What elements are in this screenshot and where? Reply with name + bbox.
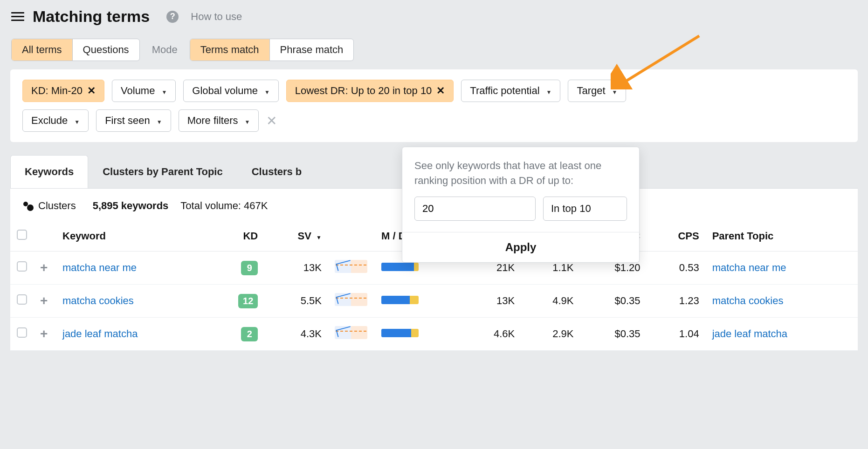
chevron-down-icon <box>262 85 270 97</box>
parent-topic-link[interactable]: matcha near me <box>712 262 786 273</box>
gsv-value: 13K <box>462 285 521 318</box>
how-to-use-link[interactable]: How to use <box>191 11 242 23</box>
filter-traffic-potential[interactable]: Traffic potential <box>461 80 560 102</box>
select-all-checkbox[interactable] <box>17 230 27 240</box>
popover-description: See only keywords that have at least one… <box>414 158 627 188</box>
filter-exclude-label: Exclude <box>31 115 68 127</box>
filter-first-seen[interactable]: First seen <box>96 109 171 132</box>
parent-topic-link[interactable]: jade leaf matcha <box>712 328 787 340</box>
filter-volume[interactable]: Volume <box>112 80 176 102</box>
parent-topic-link[interactable]: matcha cookies <box>712 295 784 306</box>
tp-value: 4.9K <box>521 285 580 318</box>
clusters-icon <box>23 201 34 211</box>
keyword-link[interactable]: jade leaf matcha <box>62 328 138 340</box>
close-icon[interactable]: ✕ <box>436 85 445 97</box>
scope-segmented: All terms Questions <box>11 39 140 61</box>
row-checkbox[interactable] <box>17 327 27 338</box>
kd-badge: 12 <box>238 294 258 308</box>
clusters-label: Clusters <box>38 200 76 212</box>
mode-segmented: Terms match Phrase match <box>190 39 354 61</box>
clear-filters-icon[interactable]: ✕ <box>266 113 277 129</box>
expand-icon[interactable]: + <box>40 260 48 275</box>
tab-questions[interactable]: Questions <box>73 39 139 61</box>
filter-kd-label: KD: Min-20 <box>31 85 83 97</box>
filter-global-volume-label: Global volume <box>192 85 258 97</box>
col-sv[interactable]: SV <box>264 221 328 252</box>
filter-bar: KD: Min-20 ✕ Volume Global volume Lowest… <box>10 69 858 142</box>
clusters-dropdown[interactable]: Clusters <box>23 200 81 212</box>
tab-phrase-match[interactable]: Phrase match <box>270 39 354 61</box>
arrow-annotation-icon <box>611 34 704 89</box>
cps-value: 1.23 <box>647 285 705 318</box>
mode-label: Mode <box>152 44 178 56</box>
tab-all-terms[interactable]: All terms <box>12 39 73 61</box>
kd-badge: 2 <box>241 327 258 341</box>
sv-value: 4.3K <box>264 318 328 351</box>
sparkline-icon <box>335 260 367 273</box>
filter-global-volume[interactable]: Global volume <box>183 80 279 102</box>
cps-value: 0.53 <box>647 252 705 285</box>
dr-value-input[interactable] <box>414 197 536 221</box>
chevron-down-icon <box>72 115 80 127</box>
row-checkbox[interactable] <box>17 261 27 272</box>
svg-line-0 <box>620 36 699 85</box>
apply-button[interactable]: Apply <box>402 232 639 262</box>
view-tab-clusters-parent[interactable]: Clusters by Parent Topic <box>88 155 237 188</box>
filter-more-filters[interactable]: More filters <box>179 109 259 132</box>
cps-value: 1.04 <box>647 318 705 351</box>
keyword-link[interactable]: matcha near me <box>62 262 137 273</box>
sort-desc-icon <box>314 230 322 242</box>
cpc-value: $0.35 <box>580 318 647 351</box>
filter-traffic-potential-label: Traffic potential <box>470 85 539 97</box>
filter-kd[interactable]: KD: Min-20 ✕ <box>22 80 104 102</box>
expand-icon[interactable]: + <box>40 327 48 341</box>
col-parent-topic[interactable]: Parent Topic <box>706 221 858 252</box>
tab-terms-match[interactable]: Terms match <box>190 39 270 61</box>
filter-lowest-dr-label: Lowest DR: Up to 20 in top 10 <box>295 85 432 97</box>
sv-value: 13K <box>264 252 328 285</box>
chevron-down-icon <box>242 115 250 127</box>
keyword-link[interactable]: matcha cookies <box>62 295 134 306</box>
col-kd[interactable]: KD <box>208 221 264 252</box>
top-header: Matching terms ? How to use All terms Qu… <box>0 0 868 69</box>
filter-first-seen-label: First seen <box>105 115 150 127</box>
kd-badge: 9 <box>241 261 258 275</box>
table-row: +matcha cookies125.5K13K4.9K$0.351.23mat… <box>10 285 858 318</box>
chevron-down-icon <box>544 85 552 97</box>
chevron-down-icon <box>155 115 162 127</box>
view-tab-clusters-b[interactable]: Clusters b <box>237 155 317 188</box>
col-sv-label: SV <box>298 230 311 242</box>
filter-target-label: Target <box>577 85 605 97</box>
table-row: +jade leaf matcha24.3K4.6K2.9K$0.351.04j… <box>10 318 858 351</box>
sv-value: 5.5K <box>264 285 328 318</box>
cpc-value: $0.35 <box>580 285 647 318</box>
filter-lowest-dr[interactable]: Lowest DR: Up to 20 in top 10 ✕ <box>286 80 454 102</box>
results-section: See only keywords that have at least one… <box>10 155 858 351</box>
tp-value: 2.9K <box>521 318 580 351</box>
in-top-select[interactable]: In top 10 <box>543 197 627 221</box>
sparkline-icon <box>335 326 367 339</box>
menu-icon[interactable] <box>11 12 24 21</box>
md-bar <box>381 263 419 271</box>
total-volume: Total volume: 467K <box>180 200 268 212</box>
filter-exclude[interactable]: Exclude <box>22 109 89 132</box>
filter-volume-label: Volume <box>121 85 155 97</box>
in-top-select-label: In top 10 <box>551 203 591 215</box>
row-checkbox[interactable] <box>17 294 27 305</box>
gsv-value: 4.6K <box>462 318 521 351</box>
help-icon[interactable]: ? <box>166 11 179 23</box>
close-icon[interactable]: ✕ <box>87 85 96 97</box>
col-cps[interactable]: CPS <box>647 221 705 252</box>
keyword-count: 5,895 keywords <box>93 200 169 212</box>
sparkline-icon <box>335 293 367 306</box>
lowest-dr-popover: See only keywords that have at least one… <box>402 147 640 263</box>
view-tab-keywords[interactable]: Keywords <box>10 155 88 188</box>
md-bar <box>381 296 419 304</box>
filter-more-filters-label: More filters <box>187 115 238 127</box>
col-keyword[interactable]: Keyword <box>56 221 208 252</box>
expand-icon[interactable]: + <box>40 293 48 308</box>
md-bar <box>381 329 419 337</box>
chevron-down-icon <box>159 85 167 97</box>
page-title: Matching terms <box>33 7 150 26</box>
